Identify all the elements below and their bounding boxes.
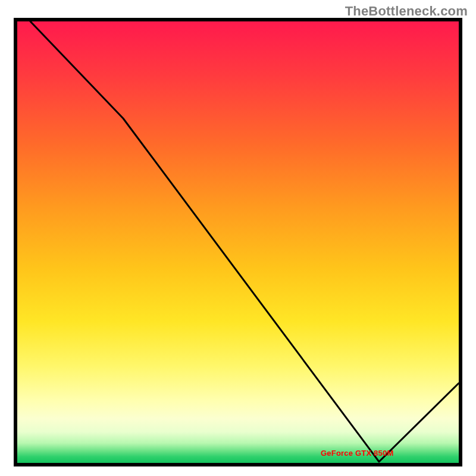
curve-layer: [17, 21, 459, 463]
attribution-text: TheBottleneck.com: [345, 4, 468, 19]
plot-frame: GeForce GTX 850M: [14, 18, 462, 466]
gpu-annotation: GeForce GTX 850M: [321, 449, 393, 458]
chart-root: TheBottleneck.com GeForce GTX 850M: [0, 0, 476, 476]
bottleneck-curve: [30, 21, 459, 462]
plot-area: GeForce GTX 850M: [17, 21, 459, 463]
